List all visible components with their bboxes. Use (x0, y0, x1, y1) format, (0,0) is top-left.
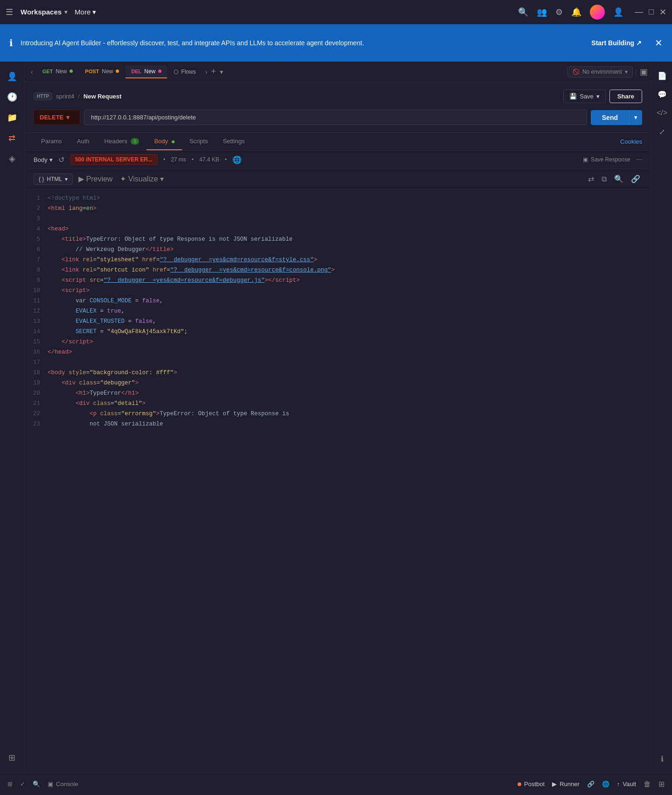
postbot-button[interactable]: Postbot (518, 781, 545, 788)
send-dropdown-button[interactable]: ▾ (629, 110, 642, 125)
grid-button[interactable]: ⊞ (658, 780, 665, 788)
console-button[interactable]: ▣ Console (48, 781, 78, 788)
code-line: 22 <p class="errormsg">TypeError: Object… (24, 409, 651, 419)
code-line: 18 <body style="background-color: #fff"> (24, 368, 651, 378)
more-chevron-icon: ▾ (92, 8, 96, 16)
tab-body[interactable]: Body (147, 133, 182, 150)
right-panel-toggle[interactable]: ▣ (640, 67, 648, 77)
sidebar-item-api[interactable]: ⇄ (3, 129, 21, 147)
meta-sep-3: • (225, 156, 227, 163)
console-label: Console (56, 781, 78, 788)
response-history-button[interactable]: ↺ (58, 155, 64, 164)
line-number: 21 (24, 399, 48, 408)
format-label: HTML (47, 176, 62, 182)
tab-del-new[interactable]: DEL New (126, 65, 167, 78)
preview-button[interactable]: ▶ Preview (77, 173, 114, 185)
minimize-button[interactable]: — (635, 7, 643, 17)
rs-docs-icon[interactable]: 📄 (654, 67, 671, 84)
team-icon[interactable]: 👥 (537, 7, 547, 17)
copy-button[interactable]: ⧉ (600, 173, 609, 185)
visualize-button[interactable]: ✦ Visualize ▾ (118, 173, 166, 185)
sidebar-item-profile[interactable]: 👤 (3, 67, 21, 86)
breadcrumb-prefix: sprint4 (56, 93, 74, 100)
code-line: 17 (24, 357, 651, 368)
workspace-button[interactable]: Workspaces ▾ (21, 8, 67, 16)
tabs-bar: ‹ GET New POST New DEL New ⬡ Flows › (24, 62, 651, 82)
line-number: 4 (24, 224, 48, 234)
headers-badge: 8 (131, 138, 139, 145)
banner-close-icon[interactable]: ✕ (655, 37, 663, 49)
rs-comment-icon[interactable]: 💬 (654, 86, 671, 103)
code-line: 20 <h1>TypeError</h1> (24, 388, 651, 398)
add-tab-button[interactable]: + (211, 67, 216, 77)
bell-icon[interactable]: 🔔 (571, 7, 581, 17)
code-line: 4 <head> (24, 224, 651, 234)
line-content: var CONSOLE_MODE = false, (48, 296, 651, 306)
tabs-prev-button[interactable]: ‹ (28, 66, 36, 77)
bottom-layout-icon[interactable]: ⊞ (7, 781, 13, 788)
more-button[interactable]: More ▾ (75, 8, 96, 16)
tab-get-new[interactable]: GET New (37, 65, 79, 78)
sidebar-item-history[interactable]: 🕐 (3, 88, 21, 106)
tab-params[interactable]: Params (34, 133, 70, 150)
response-area: Body ▾ ↺ 500 INTERNAL SERVER ER... • 27 … (24, 151, 651, 773)
sidebar-item-collection[interactable]: 📁 (3, 108, 21, 127)
method-selector[interactable]: DELETE ▾ (34, 110, 80, 125)
rs-code-icon[interactable]: </> (654, 105, 671, 121)
tab-settings[interactable]: Settings (215, 133, 252, 150)
runner-button[interactable]: ▶ Runner (552, 781, 580, 788)
profile-icon[interactable]: 👤 (613, 7, 623, 17)
gear-icon[interactable]: ⚙ (555, 7, 563, 17)
trash-button[interactable]: 🗑 (644, 780, 651, 788)
response-more-button[interactable]: ··· (636, 155, 642, 164)
response-globe-icon[interactable]: 🌐 (232, 155, 242, 164)
tab-headers[interactable]: Headers 8 (97, 133, 147, 150)
tab-scripts[interactable]: Scripts (182, 133, 216, 150)
close-button[interactable]: ✕ (659, 7, 666, 17)
word-wrap-button[interactable]: ⇄ (586, 173, 596, 185)
tabs-more-button[interactable]: › (203, 66, 210, 77)
bottom-search-icon[interactable]: 🔍 (33, 781, 40, 788)
postbot-label: Postbot (524, 781, 545, 788)
save-response-floppy-icon: ▣ (583, 156, 588, 163)
send-button[interactable]: Send (591, 110, 629, 125)
tab-post-new[interactable]: POST New (79, 65, 125, 78)
save-button[interactable]: 💾 Save ▾ (563, 90, 606, 103)
breadcrumb-current: New Request (84, 93, 122, 100)
hamburger-icon[interactable]: ☰ (6, 7, 13, 17)
sidebar-item-add[interactable]: ⊞ (3, 748, 21, 767)
main-layout: 👤 🕐 📁 ⇄ ◈ ⊞ ‹ GET New POST New DEL New (0, 62, 672, 773)
vault-button[interactable]: ↑ Vault (617, 781, 636, 788)
search-icon[interactable]: 🔍 (518, 7, 528, 17)
url-input[interactable] (84, 110, 587, 125)
tab-dropdown-button[interactable]: ▾ (217, 66, 226, 77)
breadcrumb-actions: 💾 Save ▾ Share (563, 90, 642, 103)
bottom-check-icon[interactable]: ✓ (20, 781, 25, 788)
format-chevron-icon: ▾ (65, 176, 68, 182)
save-response-button[interactable]: ▣ Save Response (583, 156, 630, 163)
code-line: 11 var CONSOLE_MODE = false, (24, 296, 651, 306)
sidebar-item-flows[interactable]: ◈ (3, 149, 21, 168)
environment-selector[interactable]: 🚫 No environment ▾ (567, 66, 633, 77)
line-content: <head> (48, 224, 651, 234)
rs-info-icon[interactable]: ℹ (654, 750, 671, 767)
search-code-button[interactable]: 🔍 (612, 173, 625, 185)
line-number: 5 (24, 235, 48, 244)
console-icon: ▣ (48, 781, 53, 788)
bottom-globe-icon[interactable]: 🌐 (602, 781, 609, 788)
start-building-link[interactable]: Start Building ↗ (591, 39, 642, 47)
bottom-link-icon[interactable]: 🔗 (587, 781, 595, 788)
link-button[interactable]: 🔗 (629, 173, 642, 185)
rs-expand-icon[interactable]: ⤢ (654, 123, 671, 140)
tab-del-label: New (144, 68, 155, 75)
share-button[interactable]: Share (609, 90, 642, 103)
tab-flows[interactable]: ⬡ Flows (168, 66, 201, 78)
tab-auth[interactable]: Auth (70, 133, 97, 150)
window-controls: — □ ✕ (635, 7, 666, 17)
maximize-button[interactable]: □ (649, 7, 654, 17)
avatar[interactable] (590, 5, 605, 20)
format-selector[interactable]: { } HTML ▾ (34, 174, 73, 185)
cookies-link[interactable]: Cookies (620, 133, 642, 150)
code-viewer[interactable]: 1 <!doctype html> 2 <html lang=en> 3 4 <… (24, 189, 651, 773)
meta-sep-2: • (192, 156, 194, 163)
